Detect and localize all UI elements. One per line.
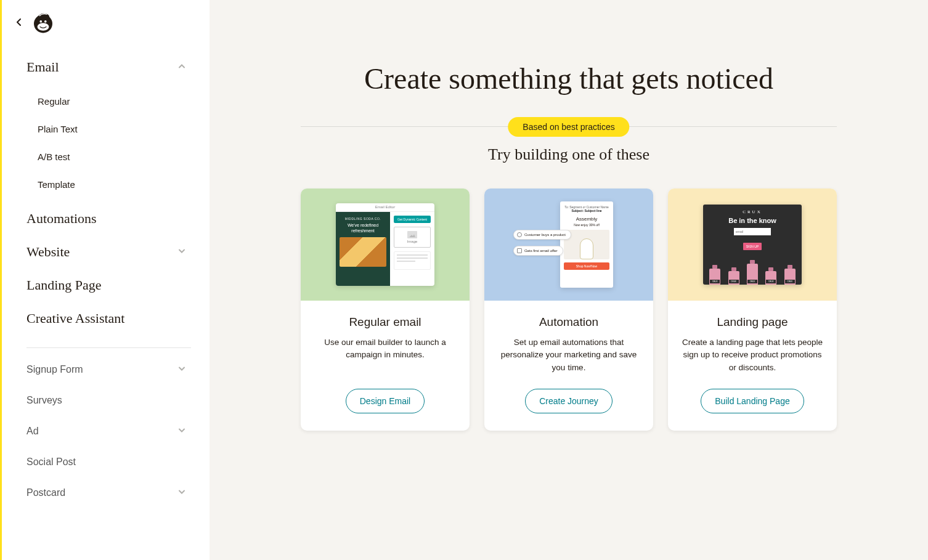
nav-sub-plain-text[interactable]: Plain Text: [26, 115, 191, 143]
nav-item-postcard[interactable]: Postcard: [26, 477, 191, 508]
hero: Create something that gets noticed Based…: [210, 0, 928, 468]
back-button[interactable]: [12, 15, 26, 30]
chevron-down-icon: [177, 425, 186, 438]
mockup-headline: We've redefined refreshment: [340, 223, 386, 233]
card-hero-illustration: To: Segment or Customer Name Subject: Su…: [484, 189, 653, 301]
card-description: Create a landing page that lets people s…: [679, 336, 826, 374]
card-body: Automation Set up email automations that…: [484, 301, 653, 431]
mockup-brand: CRUX: [708, 209, 797, 214]
automation-phone: To: Segment or Customer Name Subject: Su…: [560, 201, 613, 288]
bottle-icon: CRUX: [709, 269, 720, 285]
sidebar-top: [2, 0, 210, 44]
chip-label: Customer buys a product: [524, 233, 566, 237]
chevron-down-icon: [177, 363, 186, 376]
nav-item-email[interactable]: Email: [26, 51, 191, 84]
bottle-icon: CRUX: [765, 271, 776, 285]
mockup-btn: Get Dynamic Content: [394, 216, 431, 223]
mockup-sub: Now enjoy 30% off: [564, 223, 609, 227]
card-hero-illustration: Email Editor MIDDLING SODA CO. We've red…: [301, 189, 470, 301]
card-description: Use our email builder to launch a campai…: [312, 336, 458, 374]
nav-label: Signup Form: [26, 364, 83, 375]
card-automation: To: Segment or Customer Name Subject: Su…: [484, 189, 653, 431]
bottle-icon: CRUX: [784, 269, 796, 285]
mockup-shop-btn: Shop Now!Now: [564, 262, 609, 270]
mockup-image-box: Image: [394, 227, 431, 248]
nav-label: Email: [26, 59, 59, 75]
card-title: Landing page: [679, 315, 826, 329]
svg-point-1: [38, 23, 49, 31]
best-practices-pill: Based on best practices: [508, 117, 629, 137]
nav-item-creative-assistant[interactable]: Creative Assistant: [26, 302, 191, 335]
chevron-up-icon: [177, 61, 186, 74]
bottle-label: CRUX: [710, 280, 720, 283]
nav-item-landing-page[interactable]: Landing Page: [26, 269, 191, 302]
bottle-label: CRUX: [729, 280, 739, 283]
mockup-email-input: [734, 228, 771, 235]
bottle-label: CRUX: [747, 280, 757, 283]
card-regular-email: Email Editor MIDDLING SODA CO. We've red…: [301, 189, 470, 431]
mockup-signup-btn: SIGN UP: [743, 243, 762, 250]
sidebar-nav: Email Regular Plain Text A/B test Templa…: [2, 44, 210, 508]
nav-sub-ab-test[interactable]: A/B test: [26, 143, 191, 171]
mockup-title: Assembly: [564, 216, 609, 222]
landing-mockup: CRUX Be in the know SIGN UP CRUX CRUX CR…: [703, 205, 802, 285]
nav-sub-regular[interactable]: Regular: [26, 87, 191, 115]
bottle-icon: CRUX: [728, 271, 739, 285]
mockup-image: [340, 237, 386, 267]
mockup-label: Email Editor: [336, 203, 434, 212]
app-root: Email Regular Plain Text A/B test Templa…: [0, 0, 928, 560]
sidebar: Email Regular Plain Text A/B test Templa…: [0, 0, 210, 560]
target-icon: [517, 232, 522, 237]
freddie-icon: [31, 10, 55, 34]
card-title: Regular email: [312, 315, 458, 329]
nav-divider: [26, 347, 191, 348]
nav-item-surveys[interactable]: Surveys: [26, 385, 191, 416]
email-editor-mockup: Email Editor MIDDLING SODA CO. We've red…: [336, 203, 434, 286]
svg-point-3: [44, 20, 47, 23]
card-body: Landing page Create a landing page that …: [668, 301, 837, 431]
automation-chip-2: Gets first email offer: [513, 246, 563, 256]
nav-email-submenu: Regular Plain Text A/B test Template: [26, 84, 191, 202]
build-landing-page-button[interactable]: Build Landing Page: [701, 389, 804, 413]
main-content: Create something that gets noticed Based…: [210, 0, 928, 560]
nav-item-ad[interactable]: Ad: [26, 416, 191, 447]
nav-label: Ad: [26, 426, 39, 436]
design-email-button[interactable]: Design Email: [346, 389, 425, 413]
nav-item-website[interactable]: Website: [26, 235, 191, 269]
envelope-icon: [517, 248, 522, 253]
chip-label: Gets first email offer: [524, 249, 558, 253]
svg-point-2: [39, 20, 42, 23]
chevron-left-icon: [15, 18, 23, 26]
card-landing-page: CRUX Be in the know SIGN UP CRUX CRUX CR…: [668, 189, 837, 431]
mailchimp-logo[interactable]: [30, 9, 56, 35]
card-hero-illustration: CRUX Be in the know SIGN UP CRUX CRUX CR…: [668, 189, 837, 301]
mockup-headline: Be in the know: [708, 217, 797, 224]
subheading: Try building one of these: [210, 145, 928, 164]
image-placeholder-icon: [407, 231, 417, 238]
create-journey-button[interactable]: Create Journey: [525, 389, 613, 413]
bottle-icon: CRUX: [747, 264, 758, 285]
automation-chip-1: Customer buys a product: [513, 230, 571, 240]
lamp-icon: [580, 238, 593, 259]
mockup-text-box: [394, 251, 431, 270]
mockup-bottles: CRUX CRUX CRUX CRUX CRUX: [703, 259, 802, 285]
nav-item-social-post[interactable]: Social Post: [26, 447, 191, 477]
bottle-label: CRUX: [766, 280, 776, 283]
nav-label: Postcard: [26, 487, 65, 498]
mockup-subject: Subject: Subject line: [564, 209, 609, 213]
mockup-brand: MIDDLING SODA CO.: [340, 217, 386, 221]
nav-label: Website: [26, 244, 70, 259]
card-body: Regular email Use our email builder to l…: [301, 301, 470, 431]
nav-item-automations[interactable]: Automations: [26, 202, 191, 235]
card-title: Automation: [495, 315, 642, 329]
card-description: Set up email automations that personaliz…: [495, 336, 642, 374]
mockup-img-label: Image: [407, 240, 418, 243]
nav-sub-template[interactable]: Template: [26, 171, 191, 198]
card-row: Email Editor MIDDLING SODA CO. We've red…: [210, 189, 928, 468]
chevron-down-icon: [177, 487, 186, 500]
page-title: Create something that gets noticed: [353, 62, 784, 95]
automation-mockup: To: Segment or Customer Name Subject: Su…: [513, 201, 624, 288]
mockup-form: [708, 228, 797, 235]
bottle-label: CRUX: [785, 280, 795, 283]
nav-item-signup-form[interactable]: Signup Form: [26, 354, 191, 385]
